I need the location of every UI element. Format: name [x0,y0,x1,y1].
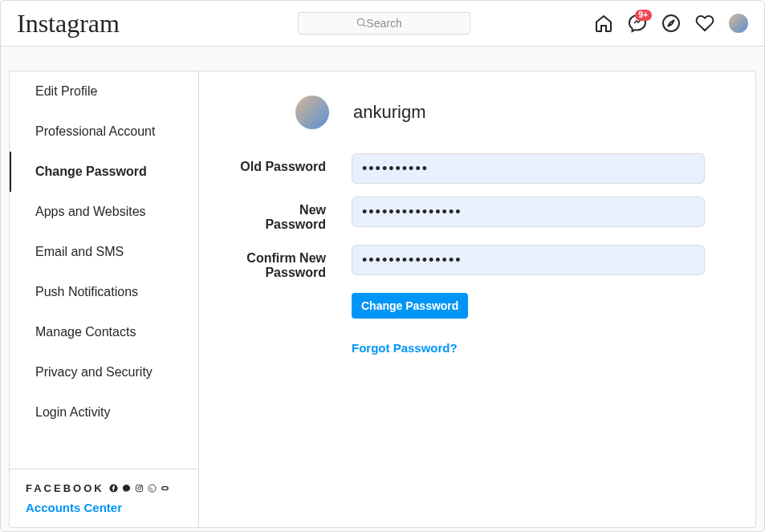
username-text: ankurigm [353,102,425,123]
confirm-label-line1: Confirm New [246,251,326,265]
profile-avatar-small[interactable] [729,14,748,33]
sidebar-item-login-activity[interactable]: Login Activity [10,392,198,433]
svg-marker-3 [668,20,674,26]
old-password-input[interactable] [352,153,705,184]
sidebar-item-apps-websites[interactable]: Apps and Websites [10,192,198,232]
change-password-button[interactable]: Change Password [352,293,468,319]
oculus-mini-icon [161,484,170,493]
home-icon[interactable] [594,14,613,33]
profile-avatar-large [295,95,329,129]
sidebar-item-push-notifications[interactable]: Push Notifications [10,272,198,312]
notification-badge: 9+ [635,10,652,21]
search-wrapper [298,12,470,35]
instagram-mini-icon [135,484,144,493]
new-password-input[interactable] [352,197,705,227]
old-password-row: Old Password [239,153,715,184]
svg-point-7 [141,486,142,487]
submit-row: Change Password [352,293,715,319]
new-password-row: New Password [239,197,715,232]
sidebar-item-manage-contacts[interactable]: Manage Contacts [10,312,198,352]
heart-icon[interactable] [695,14,714,33]
settings-container: Edit Profile Professional Account Change… [9,71,756,528]
svg-point-8 [149,485,156,492]
sidebar-item-email-sms[interactable]: Email and SMS [10,232,198,272]
search-input[interactable] [298,12,470,35]
sidebar-item-change-password[interactable]: Change Password [10,152,198,192]
confirm-label-line2: Password [265,266,326,279]
messenger-icon[interactable]: 9+ [628,14,647,33]
facebook-mini-icons [109,484,170,493]
explore-icon[interactable] [661,14,681,33]
facebook-brand-text: FACEBOOK [26,482,104,494]
confirm-password-label: Confirm New Password [239,245,352,280]
svg-rect-9 [162,487,168,490]
confirm-password-input[interactable] [352,245,705,275]
messenger-mini-icon [122,484,132,493]
instagram-logo[interactable]: Instagram [17,9,298,39]
accounts-center-link[interactable]: Accounts Center [26,501,182,514]
nav-icons: 9+ [594,14,748,33]
settings-sidebar: Edit Profile Professional Account Change… [10,71,199,527]
sidebar-items: Edit Profile Professional Account Change… [10,71,198,469]
svg-point-6 [138,487,141,490]
sidebar-item-edit-profile[interactable]: Edit Profile [10,71,198,112]
facebook-circle-icon [109,484,119,493]
sidebar-item-professional-account[interactable]: Professional Account [10,112,198,152]
old-password-label: Old Password [239,153,352,174]
new-password-label: New Password [239,197,352,232]
top-navbar: Instagram 9+ [1,1,764,47]
forgot-password-link[interactable]: Forgot Password? [352,341,715,355]
sidebar-item-privacy-security[interactable]: Privacy and Security [10,352,198,392]
svg-point-2 [663,15,679,31]
user-header-row: ankurigm [295,95,715,129]
facebook-brand-row: FACEBOOK [26,482,182,494]
confirm-password-row: Confirm New Password [239,245,715,280]
whatsapp-mini-icon [148,484,157,493]
content-panel: ankurigm Old Password New Password Confi… [199,71,755,527]
sidebar-footer: FACEBOOK [10,469,198,527]
